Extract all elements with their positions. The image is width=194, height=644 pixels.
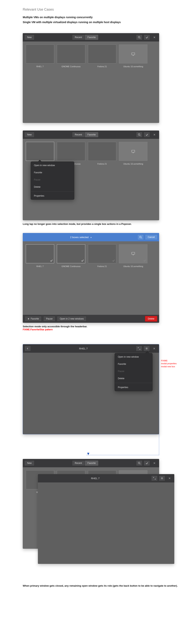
check-icon: [146, 133, 148, 136]
box-thumbnail: [26, 244, 54, 263]
vm-display-area[interactable]: [38, 482, 174, 564]
popover-separator: [115, 383, 152, 383]
window-title: RHEL 7: [32, 347, 134, 350]
action-pause[interactable]: Pause: [43, 316, 55, 322]
action-favorite-label: Favorite: [31, 318, 39, 320]
popover-delete[interactable]: Delete: [31, 183, 74, 190]
actions-button[interactable]: [159, 476, 165, 481]
box-item[interactable]: RHEL 7: [26, 44, 54, 68]
select-button[interactable]: [144, 460, 150, 466]
box-item[interactable]: Fedora 21: [88, 244, 116, 268]
caption-longtap: Long tap no longer goes into selection m…: [23, 222, 194, 226]
search-button[interactable]: [136, 132, 142, 138]
close-icon: [153, 36, 156, 38]
select-button[interactable]: [144, 132, 150, 138]
box-thumbnail: [57, 44, 85, 64]
box-item[interactable]: Fedora 21: [88, 44, 116, 68]
popover-favorite[interactable]: Favorite: [31, 169, 74, 176]
close-button[interactable]: [151, 132, 158, 138]
popover-favorite[interactable]: Favorite: [115, 360, 152, 368]
selected-check-icon: [81, 259, 84, 262]
tab-favorite[interactable]: Favorite: [85, 34, 98, 40]
popover-properties[interactable]: Properties: [31, 192, 74, 200]
box-item[interactable]: Ubuntu 10.something: [119, 44, 148, 68]
search-icon: [138, 462, 140, 464]
display-icon: [131, 52, 135, 56]
box-label: Fedora 21: [88, 265, 116, 268]
box-item[interactable]: Ubuntu 10.something: [119, 142, 148, 165]
box-thumbnail: [119, 44, 148, 64]
new-button[interactable]: New: [24, 132, 34, 138]
tab-favorite[interactable]: Favorite: [85, 132, 98, 138]
display-icon: [131, 251, 135, 256]
window-title: RHEL 7: [41, 477, 150, 480]
action-favorite[interactable]: ★ Favorite: [25, 316, 42, 322]
action-open-new[interactable]: Open in 2 new windows: [57, 316, 86, 322]
box-thumbnail: [119, 244, 148, 263]
tab-recent[interactable]: Recent: [72, 132, 85, 138]
fullscreen-button[interactable]: [136, 346, 142, 351]
box-item[interactable]: GNOME Continuous: [57, 244, 85, 268]
box-item[interactable]: Fedora 21: [88, 142, 116, 165]
new-button[interactable]: New: [24, 460, 34, 466]
search-button[interactable]: [136, 34, 142, 40]
close-icon: [168, 477, 171, 480]
tab-recent[interactable]: Recent: [72, 460, 85, 466]
caption-selection: Selection mode only accessible through t…: [23, 325, 194, 328]
caption-closed-role: When primary window gets closed, any rem…: [23, 584, 194, 587]
tab-recent[interactable]: Recent: [72, 34, 85, 40]
headerbar: RHEL 7: [38, 474, 174, 482]
svg-line-8: [140, 135, 140, 136]
close-button[interactable]: [151, 346, 158, 351]
svg-line-15: [141, 238, 142, 238]
close-button[interactable]: [151, 460, 158, 466]
stacked-windows: New Recent Favorite: [23, 459, 178, 576]
check-icon: [146, 462, 148, 464]
box-label: Fedora 21: [88, 163, 116, 165]
action-delete[interactable]: Delete: [145, 316, 157, 322]
box-item[interactable]: RHEL 7: [26, 244, 54, 268]
box-label: Ubuntu 10.something: [119, 65, 148, 68]
box-label: RHEL 7: [26, 265, 54, 268]
box-thumbnail: [119, 142, 148, 161]
box-label: Ubuntu 10.something: [119, 265, 148, 268]
fixme-modal-annotation: FIXME: modal properties modal new box: [159, 344, 184, 368]
svg-point-26: [162, 478, 162, 479]
close-icon: [153, 462, 156, 464]
actions-button[interactable]: [144, 346, 150, 351]
close-button[interactable]: [166, 476, 173, 481]
popover-pause: Pause: [115, 368, 152, 375]
close-icon: [153, 134, 156, 136]
cancel-button[interactable]: Cancel: [145, 234, 158, 240]
close-button[interactable]: [151, 34, 158, 40]
box-thumbnail: [26, 142, 54, 161]
svg-line-23: [140, 464, 140, 464]
star-icon: ★: [28, 318, 30, 320]
search-button[interactable]: [136, 460, 142, 466]
box-thumbnail: [88, 142, 116, 161]
box-item[interactable]: GNOME Continuous: [57, 44, 85, 68]
search-button[interactable]: [137, 234, 144, 240]
popover-open-new[interactable]: Open in new window: [31, 162, 74, 169]
back-button[interactable]: [24, 346, 31, 351]
popover-delete[interactable]: Delete: [115, 375, 152, 382]
unselected-check-icon: [112, 259, 115, 262]
boxes-window-overview: New Recent Favorite: [23, 33, 159, 123]
headerbar-selection: 2 boxes selected Cancel: [23, 233, 159, 241]
popover-properties[interactable]: Properties: [115, 384, 152, 391]
tab-favorite[interactable]: Favorite: [85, 460, 98, 466]
headerbar: New Recent Favorite: [23, 459, 159, 467]
select-button[interactable]: [144, 34, 150, 40]
selection-title[interactable]: 2 boxes selected: [26, 236, 136, 239]
chevron-down-icon: [90, 236, 92, 239]
boxes-window-context: New Recent Favorite: [23, 130, 159, 220]
box-thumbnail: [57, 244, 85, 263]
svg-point-19: [146, 348, 147, 349]
box-item[interactable]: Ubuntu 10.something: [119, 244, 148, 268]
boxes-window-selection: 2 boxes selected Cancel: [23, 233, 159, 323]
close-icon: [153, 348, 155, 350]
search-icon: [138, 133, 140, 136]
new-button[interactable]: New: [24, 34, 34, 40]
headerbar: New Recent Favorite: [23, 33, 159, 42]
fullscreen-button[interactable]: [151, 476, 158, 481]
